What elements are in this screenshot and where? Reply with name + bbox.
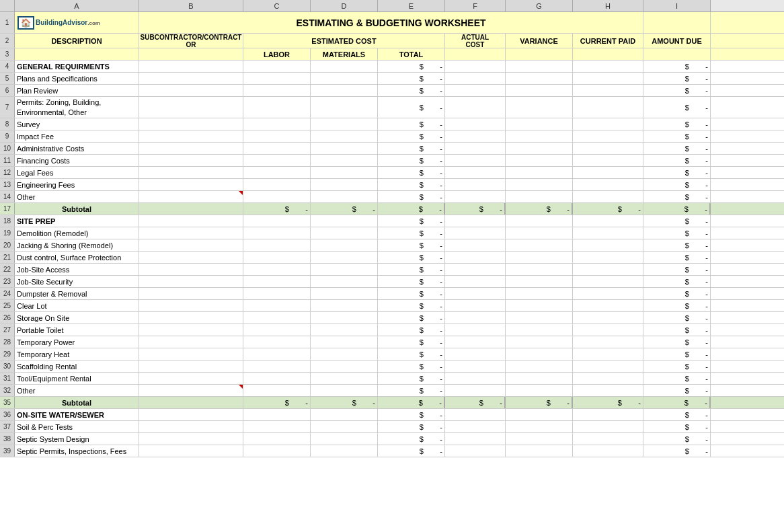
col-header-f: F <box>445 0 506 11</box>
row5-d <box>311 73 378 84</box>
row-num-32: 32 <box>0 385 15 396</box>
row29-e: $ - <box>378 348 445 360</box>
row36-h <box>573 409 643 420</box>
row5-c <box>243 73 311 84</box>
row26-a: Storage On Site <box>15 312 139 324</box>
row19-i: $ - <box>643 227 711 239</box>
row10-h <box>573 143 643 154</box>
row-26: 26 Storage On Site $ - $ - <box>0 312 784 324</box>
row24-f <box>445 288 506 299</box>
row22-b <box>139 264 243 275</box>
row23-f <box>445 276 506 287</box>
column-header-row: A B C D E F G H I <box>0 0 784 12</box>
row-num-9: 9 <box>0 130 15 142</box>
row-num-10: 10 <box>0 143 15 154</box>
row10-f <box>445 143 506 154</box>
row28-a: Temporary Power <box>15 336 139 348</box>
row30-i: $ - <box>643 360 711 372</box>
row10-c <box>243 143 311 154</box>
row31-a: Tool/Equipment Rental <box>15 373 139 384</box>
row21-e: $ - <box>378 252 445 263</box>
row13-c <box>243 179 311 190</box>
row36-a: ON-SITE WATER/SEWER <box>15 409 139 420</box>
row32-c <box>243 385 311 396</box>
row27-f <box>445 324 506 336</box>
row7-b <box>139 97 243 118</box>
row-num-13: 13 <box>0 179 15 190</box>
row39-i: $ - <box>643 445 711 457</box>
row10-d <box>311 143 378 154</box>
row18-e: $ - <box>378 215 445 227</box>
row-39: 39 Septic Permits, Inspections, Fees $ -… <box>0 445 784 457</box>
row13-h <box>573 179 643 190</box>
row-10: 10 Administrative Costs $ - $ - <box>0 143 784 155</box>
row-5: 5 Plans and Specifications $ - $ - <box>0 73 784 85</box>
row10-e: $ - <box>378 143 445 154</box>
row-14: 14 Other $ - $ - <box>0 191 784 203</box>
row18-f <box>445 215 506 227</box>
row24-e: $ - <box>378 288 445 299</box>
row32-e: $ - <box>378 385 445 396</box>
row37-c <box>243 421 311 432</box>
header-description: DESCRIPTION <box>15 34 139 48</box>
row-38: 38 Septic System Design $ - $ - <box>0 433 784 445</box>
row-20: 20 Jacking & Shoring (Remodel) $ - $ - <box>0 239 784 252</box>
row-num-30: 30 <box>0 360 15 372</box>
header-row-2: 2 DESCRIPTION SUBCONTRACTOR/CONTRACTOR E… <box>0 34 784 48</box>
row32-a: Other <box>15 385 139 396</box>
row-num-37: 37 <box>0 421 15 432</box>
row-num-35: 35 <box>0 397 15 408</box>
row21-d <box>311 252 378 263</box>
row5-b <box>139 73 243 84</box>
row27-h <box>573 324 643 336</box>
row36-d <box>311 409 378 420</box>
row-num-12: 12 <box>0 167 15 178</box>
row9-h <box>573 130 643 142</box>
header-amount-due: AMOUNT DUE <box>643 34 711 48</box>
row38-f <box>445 433 506 445</box>
row9-c <box>243 130 311 142</box>
row8-i: $ - <box>643 118 711 130</box>
row24-h <box>573 288 643 299</box>
row12-g <box>506 167 573 178</box>
row9-i: $ - <box>643 130 711 142</box>
row10-b <box>139 143 243 154</box>
logo-cell: 🏠 BuildingAdvisor.com <box>15 12 139 33</box>
row-25: 25 Clear Lot $ - $ - <box>0 300 784 312</box>
row-29: 29 Temporary Heat $ - $ - <box>0 348 784 360</box>
row6-i: $ - <box>643 85 711 96</box>
row-36: 36 ON-SITE WATER/SEWER $ - $ - <box>0 409 784 421</box>
row31-b <box>139 373 243 384</box>
row31-c <box>243 373 311 384</box>
row20-a: Jacking & Shoring (Remodel) <box>15 239 139 251</box>
row12-b <box>139 167 243 178</box>
col-header-e: E <box>378 0 445 11</box>
row24-g <box>506 288 573 299</box>
row-24: 24 Dumpster & Removal $ - $ - <box>0 288 784 300</box>
row4-d <box>311 61 378 72</box>
row-37: 37 Soil & Perc Tests $ - $ - <box>0 421 784 433</box>
row8-e: $ - <box>378 118 445 130</box>
row25-h <box>573 300 643 311</box>
row37-g <box>506 421 573 432</box>
row4-c <box>243 61 311 72</box>
row38-h <box>573 433 643 445</box>
row30-g <box>506 360 573 372</box>
row27-i: $ - <box>643 324 711 336</box>
row11-h <box>573 155 643 166</box>
row-num-21: 21 <box>0 252 15 263</box>
row4-e: $ - <box>378 61 445 72</box>
row37-a: Soil & Perc Tests <box>15 421 139 432</box>
row39-d <box>311 445 378 457</box>
row23-e: $ - <box>378 276 445 287</box>
row-8: 8 Survey $ - $ - <box>0 118 784 130</box>
row13-d <box>311 179 378 190</box>
row9-a: Impact Fee <box>15 130 139 142</box>
row11-b <box>139 155 243 166</box>
row6-g <box>506 85 573 96</box>
row22-a: Job-Site Access <box>15 264 139 275</box>
row28-h <box>573 336 643 348</box>
row22-c <box>243 264 311 275</box>
row-num-14: 14 <box>0 191 15 202</box>
row5-g <box>506 73 573 84</box>
